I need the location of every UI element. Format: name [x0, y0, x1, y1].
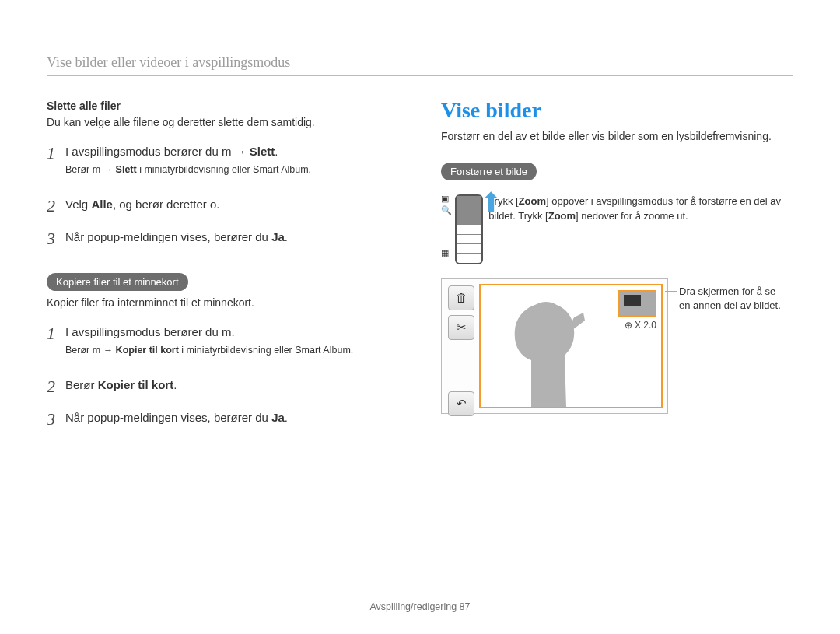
delete-all-desc: Du kan velge alle filene og deretter sle… — [47, 115, 399, 130]
svg-point-0 — [526, 302, 566, 342]
copy-step-1: I avspillingsmodus berører du m. Berør m… — [47, 321, 399, 366]
menu-icon: m — [222, 325, 232, 338]
copy-files-pill: Kopiere filer til et minnekort — [47, 273, 188, 291]
menu-icon: m — [222, 145, 232, 158]
menu-icon: m — [93, 345, 100, 356]
wide-icon: ▣ — [441, 194, 452, 203]
del-step-1: I avspillingsmodus berører du m → Slett.… — [47, 141, 399, 186]
drag-callout: Dra skjermen for å se en annen del av bi… — [679, 285, 788, 313]
manual-page: Vise bilder eller videoer i avspillingsm… — [0, 0, 840, 634]
del-step-3: Når popup-meldingen vises, berører du Ja… — [47, 226, 399, 251]
copy-step-3: Når popup-meldingen vises, berører du Ja… — [47, 407, 399, 432]
camera-preview: 🗑 ✂ ↶ — [441, 278, 668, 414]
trash-icon: 🗑 — [456, 291, 467, 304]
left-column: Slette alle filer Du kan velge alle file… — [47, 98, 399, 446]
preview-wrap: 🗑 ✂ ↶ — [441, 278, 793, 414]
mini-map — [618, 290, 656, 317]
scissors-icon: ✂ — [457, 321, 467, 335]
zoom-description: Trykk [Zoom] oppover i avspillingsmodus … — [488, 194, 793, 224]
menu-icon: m — [93, 164, 100, 175]
zoom-label: ⊕ X 2.0 — [625, 320, 656, 331]
two-column-layout: Slette alle filer Du kan velge alle file… — [47, 98, 793, 446]
right-column: Vise bilder Forstørr en del av et bilde … — [441, 98, 793, 446]
back-icon: ↶ — [457, 397, 467, 411]
page-header: Vise bilder eller videoer i avspillingsm… — [47, 54, 793, 76]
copy-step-2: Berør Kopier til kort. — [47, 374, 399, 399]
zoom-side-icons: ▣ 🔍 ▦ — [441, 194, 452, 261]
back-button[interactable]: ↶ — [448, 391, 474, 416]
delete-all-steps: I avspillingsmodus berører du m → Slett.… — [47, 141, 399, 251]
copy-step-1-note: Berør m → Kopier til kort i miniatyrbild… — [65, 344, 353, 358]
edit-button[interactable]: ✂ — [448, 315, 474, 340]
copy-files-steps: I avspillingsmodus berører du m. Berør m… — [47, 321, 399, 432]
view-photos-title: Vise bilder — [441, 98, 793, 123]
preview-toolbar: 🗑 ✂ ↶ — [448, 285, 473, 416]
view-photos-intro: Forstørr en del av et bilde eller vis bi… — [441, 129, 793, 144]
zoom-viewport[interactable]: ⊕ X 2.0 — [479, 284, 663, 408]
enlarge-pill: Forstørre et bilde — [441, 163, 537, 180]
delete-all-heading: Slette alle filer — [47, 100, 399, 112]
thumb-icon: ▦ — [441, 249, 452, 257]
mini-map-visible-region — [624, 295, 641, 306]
up-arrow-icon: ⬆ — [480, 187, 502, 218]
copy-files-desc: Kopier filer fra internminnet til et min… — [47, 296, 399, 310]
magnifier-plus-icon: ⊕ — [625, 320, 632, 331]
delete-button[interactable]: 🗑 — [448, 285, 474, 310]
del-step-2: Velg Alle, og berør deretter o. — [47, 194, 399, 219]
magnifier-icon: 🔍 — [441, 206, 452, 215]
page-footer: Avspilling/redigering 87 — [0, 601, 840, 612]
zoom-row: ▣ 🔍 ▦ ⬆ Trykk — [441, 194, 793, 268]
child-silhouette — [488, 286, 613, 407]
zoom-slider[interactable] — [455, 194, 483, 264]
zoom-widget: ▣ 🔍 ▦ ⬆ — [441, 194, 474, 268]
del-step-1-note: Berør m → Slett i miniatyrbildevisning e… — [65, 163, 311, 177]
callout-line — [665, 291, 677, 292]
